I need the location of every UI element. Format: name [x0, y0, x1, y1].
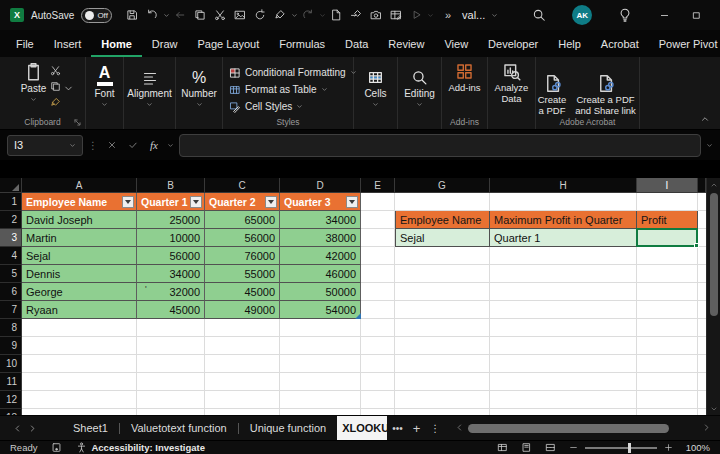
form-icon[interactable] — [387, 5, 406, 25]
row-header-2[interactable]: 2 — [0, 211, 22, 229]
cell-I12[interactable] — [637, 391, 698, 409]
cell-A12[interactable] — [22, 391, 137, 409]
cell-C13[interactable] — [205, 409, 280, 415]
cell-B12[interactable] — [137, 391, 205, 409]
cells-dropdown[interactable]: Cells — [354, 57, 398, 129]
more-sheets-button[interactable]: ••• — [387, 423, 408, 434]
sheet-tab-xlooku[interactable]: XLOOKU — [337, 416, 387, 440]
horizontal-scrollbar-track[interactable] — [468, 423, 699, 434]
prev-sheet-icon[interactable] — [10, 421, 25, 436]
cell-D1[interactable]: Quarter 3 — [280, 193, 361, 211]
cell-C5[interactable]: 55000 — [205, 265, 280, 283]
zoom-out-button[interactable] — [569, 443, 578, 452]
scroll-up-icon[interactable] — [707, 178, 720, 191]
page-layout-view-button[interactable] — [521, 442, 532, 453]
column-header-H[interactable]: H — [490, 178, 637, 193]
column-header-E[interactable]: E — [361, 178, 395, 193]
cell-I7[interactable] — [637, 301, 698, 319]
column-header-A[interactable]: A — [22, 178, 137, 193]
close-button[interactable] — [712, 0, 720, 30]
row-header-4[interactable]: 4 — [0, 247, 22, 265]
conditional-formatting-button[interactable]: Conditional Formatting — [229, 64, 357, 81]
table-resize-handle[interactable] — [355, 313, 361, 319]
filter-button[interactable] — [122, 196, 134, 208]
back-icon[interactable] — [171, 5, 190, 25]
normal-view-button[interactable] — [497, 442, 508, 453]
tab-file[interactable]: File — [6, 30, 44, 57]
tab-view[interactable]: View — [434, 30, 478, 57]
cancel-icon[interactable] — [104, 137, 120, 153]
tab-acrobat[interactable]: Acrobat — [591, 30, 649, 57]
cell-A6[interactable]: George — [22, 283, 137, 301]
cell-G3[interactable]: Sejal — [395, 229, 490, 247]
cell-D7[interactable]: 54000 — [280, 301, 361, 319]
filter-button[interactable] — [346, 196, 358, 208]
formula-input[interactable] — [179, 134, 701, 157]
camera-icon[interactable] — [367, 5, 386, 25]
cell-H10[interactable] — [490, 355, 637, 373]
cell-I1[interactable] — [637, 193, 698, 211]
cell-C8[interactable] — [205, 319, 280, 337]
zoom-slider[interactable] — [585, 447, 657, 449]
tab-draw[interactable]: Draw — [142, 30, 188, 57]
sheet-tab-unique-function[interactable]: Unique function — [239, 416, 337, 440]
page-break-view-button[interactable] — [545, 442, 556, 453]
number-dropdown[interactable]: % Number — [176, 57, 223, 129]
cell-D4[interactable]: 42000 — [280, 247, 361, 265]
cell-A9[interactable] — [22, 337, 137, 355]
cell-E6[interactable] — [361, 283, 395, 301]
cell-C7[interactable]: 49000 — [205, 301, 280, 319]
cell-A11[interactable] — [22, 373, 137, 391]
collapse-ribbon-icon[interactable] — [700, 114, 710, 124]
select-all-corner[interactable] — [0, 178, 22, 193]
zoom-level[interactable]: 100% — [686, 442, 710, 453]
filter-button[interactable] — [265, 196, 277, 208]
cut-button[interactable] — [50, 64, 64, 77]
cell-C1[interactable]: Quarter 2 — [205, 193, 280, 211]
cell-G11[interactable] — [395, 373, 490, 391]
cell-A4[interactable]: Sejal — [22, 247, 137, 265]
sheet-tab-valuetotext-function[interactable]: Valuetotext function — [120, 416, 238, 440]
cell-D5[interactable]: 46000 — [280, 265, 361, 283]
tab-insert[interactable]: Insert — [44, 30, 92, 57]
cell-G1[interactable] — [395, 193, 490, 211]
redo-icon[interactable] — [299, 5, 318, 25]
cell-B6[interactable]: 32000 — [137, 283, 205, 301]
cell-H12[interactable] — [490, 391, 637, 409]
cell-A1[interactable]: Employee Name — [22, 193, 137, 211]
format-painter-button[interactable] — [50, 96, 64, 109]
cell-E5[interactable] — [361, 265, 395, 283]
cell-B7[interactable]: 45000 — [137, 301, 205, 319]
cell-E2[interactable] — [361, 211, 395, 229]
zoom-slider-thumb[interactable] — [628, 443, 631, 453]
cell-I13[interactable] — [637, 409, 698, 415]
cell-A13[interactable] — [22, 409, 137, 415]
cell-H3[interactable]: Quarter 1 — [490, 229, 637, 247]
cell-I5[interactable] — [637, 265, 698, 283]
cell-A10[interactable] — [22, 355, 137, 373]
accessibility-status[interactable]: Accessibility: Investigate — [76, 442, 205, 453]
cell-H7[interactable] — [490, 301, 637, 319]
excel-logo-icon[interactable]: X — [10, 8, 24, 22]
row-header-5[interactable]: 5 — [0, 265, 22, 283]
editing-dropdown[interactable]: Editing — [398, 57, 442, 129]
cell-D11[interactable] — [280, 373, 361, 391]
tab-help[interactable]: Help — [548, 30, 591, 57]
cell-H4[interactable] — [490, 247, 637, 265]
cell-C12[interactable] — [205, 391, 280, 409]
avatar[interactable]: AK — [572, 5, 592, 25]
cell-E1[interactable] — [361, 193, 395, 211]
cell-B1[interactable]: Quarter 1 — [137, 193, 205, 211]
cell-C4[interactable]: 76000 — [205, 247, 280, 265]
qat-overflow-button[interactable]: » — [441, 9, 455, 21]
autosave-toggle[interactable]: Off — [81, 8, 112, 23]
cell-A8[interactable] — [22, 319, 137, 337]
maximize-button[interactable] — [680, 0, 712, 30]
row-header-7[interactable]: 7 — [0, 301, 22, 319]
clipboard-dialog-launcher[interactable] — [73, 118, 82, 127]
cell-H1[interactable] — [490, 193, 637, 211]
row-header-6[interactable]: 6 — [0, 283, 22, 301]
cell-I2[interactable]: Profit — [637, 211, 698, 229]
cell-H11[interactable] — [490, 373, 637, 391]
cell-E7[interactable] — [361, 301, 395, 319]
